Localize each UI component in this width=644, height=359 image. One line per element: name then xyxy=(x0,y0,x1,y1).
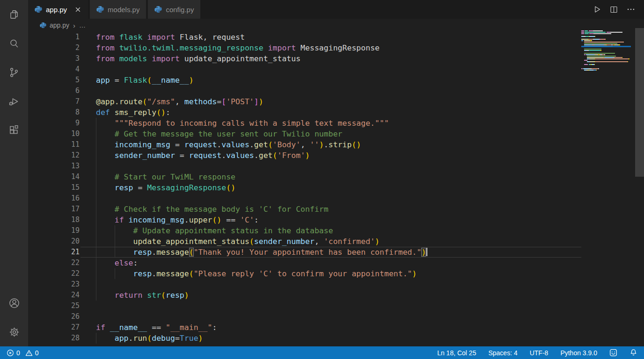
code-text[interactable]: # Start our TwiML response xyxy=(96,172,235,182)
line-number[interactable]: 3 xyxy=(28,53,80,64)
activity-bar-settings[interactable] xyxy=(0,317,28,346)
code-line[interactable]: 18 if incoming_msg.upper() == 'C': xyxy=(28,215,644,225)
breadcrumb-symbol[interactable]: … xyxy=(79,22,86,29)
line-number[interactable]: 19 xyxy=(28,225,80,236)
tab-config-py[interactable]: config.py xyxy=(148,0,200,19)
indentation-button[interactable]: Spaces: 4 xyxy=(488,349,517,357)
code-text[interactable]: # Check if the message body is 'C' for C… xyxy=(96,204,329,215)
code-text[interactable]: sender_number = request.values.get('From… xyxy=(96,150,310,161)
code-line[interactable]: 27if __name__ == "__main__": xyxy=(28,322,644,333)
code-editor[interactable]: 1from flask import Flask, request2from t… xyxy=(28,32,644,346)
code-line[interactable]: 28 app.run(debug=True) xyxy=(28,333,644,344)
line-number[interactable]: 2 xyxy=(28,43,80,53)
line-number[interactable]: 6 xyxy=(28,86,80,96)
play-icon[interactable] xyxy=(592,5,601,14)
code-text[interactable]: from flask import Flask, request xyxy=(96,32,245,43)
minimap[interactable] xyxy=(581,30,631,71)
line-number[interactable]: 11 xyxy=(28,139,80,150)
code-line[interactable]: 8def sms_reply(): xyxy=(28,107,644,118)
code-line[interactable]: 1from flask import Flask, request xyxy=(28,32,644,43)
line-number[interactable]: 15 xyxy=(28,182,80,193)
code-text[interactable]: if incoming_msg.upper() == 'C': xyxy=(96,215,259,225)
line-number[interactable]: 1 xyxy=(28,32,80,43)
code-line[interactable]: 16 xyxy=(28,193,644,204)
line-number[interactable]: 28 xyxy=(28,333,80,344)
code-line[interactable]: 11 incoming_msg = request.values.get('Bo… xyxy=(28,139,644,150)
code-line[interactable]: 24 return str(resp) xyxy=(28,290,644,301)
code-line[interactable]: 7@app.route("/sms", methods=['POST']) xyxy=(28,96,644,107)
code-text[interactable]: resp.message("Please reply 'C' to confir… xyxy=(96,268,417,279)
code-text[interactable]: incoming_msg = request.values.get('Body'… xyxy=(96,139,361,150)
ellipsis-icon[interactable] xyxy=(626,5,636,14)
code-text[interactable]: app = Flask(__name__) xyxy=(96,75,194,86)
line-number[interactable]: 23 xyxy=(28,279,80,290)
code-text[interactable]: if __name__ == "__main__": xyxy=(96,322,217,333)
code-line[interactable]: 3from models import update_appointment_s… xyxy=(28,53,644,64)
code-text[interactable]: @app.route("/sms", methods=['POST']) xyxy=(96,96,263,107)
vertical-scrollbar[interactable] xyxy=(635,28,644,177)
code-line[interactable]: 14 # Start our TwiML response xyxy=(28,172,644,182)
code-line[interactable]: 4 xyxy=(28,64,644,75)
line-number[interactable]: 4 xyxy=(28,64,80,75)
cursor-position-button[interactable]: Ln 18, Col 25 xyxy=(437,349,476,357)
activity-bar-extensions[interactable] xyxy=(0,116,28,145)
line-number[interactable]: 8 xyxy=(28,107,80,118)
code-text[interactable]: def sms_reply(): xyxy=(96,107,170,118)
code-text[interactable]: return str(resp) xyxy=(96,290,189,301)
code-line[interactable]: 2from twilio.twiml.messaging_response im… xyxy=(28,43,644,53)
code-text[interactable]: resp.message("Thank you! Your appointmen… xyxy=(96,247,427,258)
line-number[interactable]: 14 xyxy=(28,172,80,182)
line-number[interactable]: 5 xyxy=(28,75,80,86)
code-line[interactable]: 23 xyxy=(28,279,644,290)
code-line[interactable]: 26 xyxy=(28,311,644,322)
line-number[interactable]: 18 xyxy=(28,215,80,225)
code-text[interactable]: """Respond to incoming calls with a simp… xyxy=(96,118,389,129)
breadcrumb-file[interactable]: app.py xyxy=(50,22,69,29)
notifications-bell[interactable] xyxy=(629,349,637,357)
code-line[interactable]: 5app = Flask(__name__) xyxy=(28,75,644,86)
line-number[interactable]: 9 xyxy=(28,118,80,129)
line-number[interactable]: 26 xyxy=(28,311,80,322)
code-line[interactable]: 17 # Check if the message body is 'C' fo… xyxy=(28,204,644,215)
line-number[interactable]: 20 xyxy=(28,236,80,247)
line-number[interactable]: 12 xyxy=(28,150,80,161)
code-line[interactable]: 20 update_appointment_status(sender_numb… xyxy=(28,236,644,247)
code-text[interactable]: from twilio.twiml.messaging_response imp… xyxy=(96,43,380,53)
activity-bar-explorer[interactable] xyxy=(0,0,28,29)
code-line[interactable]: 6 xyxy=(28,86,644,96)
code-line[interactable]: 19 # Update appointment status in the da… xyxy=(28,225,644,236)
code-line[interactable]: 9 """Respond to incoming calls with a si… xyxy=(28,118,644,129)
feedback-button[interactable] xyxy=(609,349,617,357)
code-text[interactable]: resp = MessagingResponse() xyxy=(96,182,235,193)
code-text[interactable]: else: xyxy=(96,258,138,268)
activity-bar-run-debug[interactable] xyxy=(0,87,28,116)
line-number[interactable]: 22 xyxy=(28,268,80,279)
encoding-button[interactable]: UTF-8 xyxy=(530,349,549,357)
line-number[interactable]: 13 xyxy=(28,161,80,172)
code-text[interactable]: app.run(debug=True) xyxy=(96,333,203,344)
language-mode-button[interactable]: Python 3.9.0 xyxy=(560,349,597,357)
code-text[interactable]: # Get the message the user sent our Twil… xyxy=(96,129,343,139)
code-text[interactable]: from models import update_appointment_st… xyxy=(96,53,300,64)
line-number[interactable]: 22 xyxy=(28,258,80,268)
line-number[interactable]: 21 xyxy=(28,247,80,258)
code-line[interactable]: 13 xyxy=(28,161,644,172)
line-number[interactable]: 16 xyxy=(28,193,80,204)
line-number[interactable]: 17 xyxy=(28,204,80,215)
code-line[interactable]: 25 xyxy=(28,301,644,311)
tab-app-py[interactable]: app.py xyxy=(28,0,88,19)
close-tab-button[interactable] xyxy=(74,6,81,13)
activity-bar-source-control[interactable] xyxy=(0,58,28,87)
line-number[interactable]: 10 xyxy=(28,129,80,139)
code-line[interactable]: 10 # Get the message the user sent our T… xyxy=(28,129,644,139)
code-line[interactable]: 15 resp = MessagingResponse() xyxy=(28,182,644,193)
code-line[interactable]: 22 resp.message("Please reply 'C' to con… xyxy=(28,268,644,279)
split-editor-icon[interactable] xyxy=(609,5,618,14)
code-line[interactable]: 22 else: xyxy=(28,258,644,268)
line-number[interactable]: 7 xyxy=(28,96,80,107)
line-number[interactable]: 25 xyxy=(28,301,80,311)
line-number[interactable]: 24 xyxy=(28,290,80,301)
code-line[interactable]: 21 resp.message("Thank you! Your appoint… xyxy=(28,247,644,258)
line-number[interactable]: 27 xyxy=(28,322,80,333)
tab-models-py[interactable]: models.py xyxy=(90,0,146,19)
